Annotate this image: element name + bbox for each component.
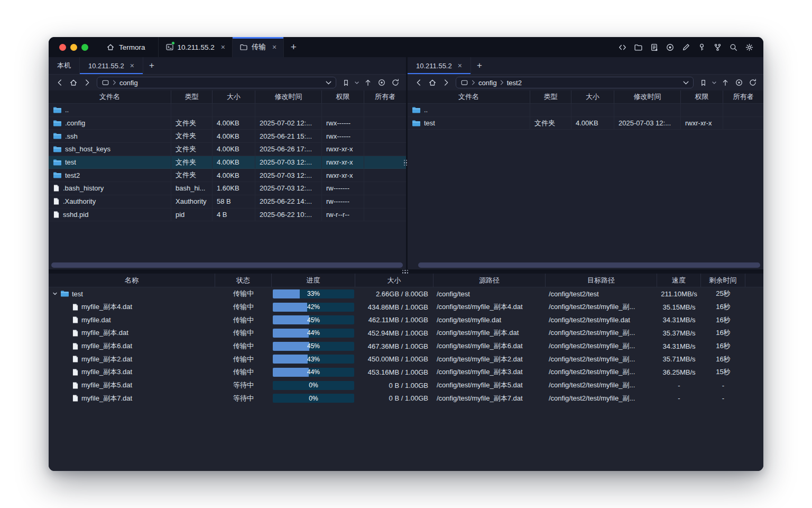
column-header-5[interactable]: 所有者 <box>364 90 406 103</box>
column-header-7[interactable]: 剩余时间 <box>701 274 745 287</box>
file-icon <box>72 382 78 389</box>
app-home-tab[interactable]: Termora <box>99 37 158 57</box>
column-header-0[interactable]: 文件名 <box>408 90 530 103</box>
column-header-2[interactable]: 大小 <box>571 90 614 103</box>
panel-splitter-horizontal[interactable] <box>49 269 763 274</box>
column-header-0[interactable]: 名称 <box>49 274 215 287</box>
key-icon[interactable] <box>695 40 709 55</box>
upload-icon[interactable] <box>361 76 374 89</box>
folder-icon[interactable] <box>631 40 645 55</box>
path-segment[interactable]: config <box>119 79 138 87</box>
settings-icon[interactable] <box>742 40 756 55</box>
transfer-row[interactable]: test传输中33%2.66GB / 8.00GB/config/test/co… <box>49 287 763 301</box>
bookmark-icon[interactable] <box>339 76 353 89</box>
column-header-3[interactable]: 修改时间 <box>614 90 681 103</box>
edit-icon[interactable] <box>679 40 693 55</box>
file-row[interactable]: ssh_host_keys文件夹4.00KB2025-06-26 17:...r… <box>49 143 406 156</box>
expand-chevron-icon[interactable] <box>52 291 58 296</box>
file-row[interactable]: .ssh文件夹4.00KB2025-06-21 15:...rwx------ <box>49 130 406 143</box>
path-dropdown-icon[interactable] <box>326 81 331 85</box>
minimize-window-button[interactable] <box>70 44 77 51</box>
tab-local[interactable]: 本机 <box>49 57 80 74</box>
column-header-4[interactable]: 权限 <box>322 90 364 103</box>
refresh-icon[interactable] <box>746 76 759 89</box>
back-button[interactable] <box>53 76 66 89</box>
column-header-2[interactable]: 进度 <box>272 274 355 287</box>
tab-session[interactable]: 10.211.55.2 × <box>158 37 233 57</box>
transfer-row[interactable]: myfile.dat传输中45%462.11MB / 1.00GB/config… <box>49 313 763 326</box>
tab-remote-host[interactable]: 10.211.55.2 × <box>80 57 143 74</box>
column-header-1[interactable]: 类型 <box>530 90 571 103</box>
folder-icon <box>53 172 61 178</box>
file-row[interactable]: test2文件夹4.00KB2025-07-03 12:...rwxr-xr-x <box>49 169 406 182</box>
transfer-row[interactable]: myfile_副本4.dat传输中42%434.86MB / 1.00GB/co… <box>49 301 763 314</box>
refresh-icon[interactable] <box>389 76 402 89</box>
path-bar[interactable]: configtest2 <box>456 77 694 88</box>
transfer-row[interactable]: myfile_副本2.dat传输中43%450.00MB / 1.00GB/co… <box>49 352 763 366</box>
file-row[interactable]: .. <box>408 104 763 117</box>
close-window-button[interactable] <box>59 44 66 51</box>
transfer-row[interactable]: myfile_副本7.dat等待中0%0 B / 1.00GB/config/t… <box>49 392 763 405</box>
record-icon[interactable] <box>663 40 677 55</box>
progress-bar: 44% <box>273 329 354 338</box>
path-bar[interactable]: config <box>97 77 336 88</box>
column-header-6[interactable]: 速度 <box>657 274 701 287</box>
file-row[interactable]: sshd.pidpid4 B2025-06-22 10:...rw-r--r-- <box>49 208 406 222</box>
column-header-2[interactable]: 大小 <box>213 90 255 103</box>
file-row[interactable]: .config文件夹4.00KB2025-07-02 12:...rwx----… <box>49 117 406 130</box>
path-segment[interactable]: test2 <box>507 79 522 87</box>
home-button[interactable] <box>426 76 439 89</box>
horizontal-scrollbar[interactable] <box>418 262 760 268</box>
tab-remote-host-2[interactable]: 10.211.55.2 × <box>408 57 471 74</box>
show-hidden-icon[interactable] <box>732 76 745 89</box>
path-segment[interactable]: config <box>478 79 497 87</box>
column-header-3[interactable]: 大小 <box>355 274 433 287</box>
file-row[interactable]: .XauthorityXauthority58 B2025-06-22 14:.… <box>49 195 406 208</box>
column-header-5[interactable]: 所有者 <box>723 90 763 103</box>
close-icon[interactable]: × <box>458 62 462 69</box>
new-panel-tab-button[interactable]: + <box>143 57 160 74</box>
show-hidden-icon[interactable] <box>375 76 388 89</box>
column-header-1[interactable]: 类型 <box>171 90 213 103</box>
zoom-window-button[interactable] <box>81 44 88 51</box>
close-icon[interactable]: × <box>221 43 225 51</box>
path-dropdown-icon[interactable] <box>683 81 689 85</box>
file-row[interactable]: .. <box>49 104 406 117</box>
column-header-4[interactable]: 权限 <box>681 90 723 103</box>
transfer-row[interactable]: myfile_副本.dat传输中44%452.94MB / 1.00GB/con… <box>49 326 763 340</box>
bookmark-caret-icon[interactable] <box>710 81 718 84</box>
back-button[interactable] <box>412 76 425 89</box>
column-header-5[interactable]: 目标路径 <box>546 274 657 287</box>
transfer-row[interactable]: myfile_副本5.dat等待中0%0 B / 1.00GB/config/t… <box>49 379 763 392</box>
horizontal-scrollbar[interactable] <box>51 262 403 268</box>
left-table-header: 文件名类型大小修改时间权限所有者 <box>49 90 406 104</box>
home-button[interactable] <box>67 76 80 89</box>
close-icon[interactable]: × <box>272 43 276 51</box>
column-header-4[interactable]: 源路径 <box>433 274 546 287</box>
branch-icon[interactable] <box>710 40 725 55</box>
transfer-size-cell: 0 B / 1.00GB <box>355 392 433 405</box>
bookmark-caret-icon[interactable] <box>353 81 361 84</box>
close-icon[interactable]: × <box>130 62 134 69</box>
column-header-3[interactable]: 修改时间 <box>255 90 322 103</box>
file-row[interactable]: test文件夹4.00KB2025-07-03 12:...rwxr-xr-x <box>49 156 406 169</box>
upload-icon[interactable] <box>718 76 732 89</box>
transfer-row[interactable]: myfile_副本6.dat传输中45%467.36MB / 1.00GB/co… <box>49 340 763 353</box>
forward-button[interactable] <box>80 76 94 89</box>
log-icon[interactable] <box>647 40 661 55</box>
transfer-size-cell: 434.86MB / 1.00GB <box>355 301 433 314</box>
new-panel-tab-button[interactable]: + <box>471 57 488 74</box>
transfer-row[interactable]: myfile_副本3.dat传输中44%453.16MB / 1.00GB/co… <box>49 366 763 379</box>
forward-button[interactable] <box>439 76 453 89</box>
tab-transfer[interactable]: 传输 × <box>232 37 284 57</box>
new-main-tab-button[interactable]: + <box>284 37 303 57</box>
file-name-text: .. <box>424 106 428 114</box>
column-header-0[interactable]: 文件名 <box>49 90 171 103</box>
search-icon[interactable] <box>726 40 741 55</box>
progress-label: 0% <box>273 381 354 390</box>
column-header-1[interactable]: 状态 <box>215 274 272 287</box>
file-row[interactable]: test文件夹4.00KB2025-07-03 12:...rwxr-xr-x <box>408 117 763 130</box>
file-row[interactable]: .bash_historybash_hi...1.60KB2025-07-03 … <box>49 182 406 195</box>
code-icon[interactable] <box>615 40 630 55</box>
bookmark-icon[interactable] <box>697 76 710 89</box>
